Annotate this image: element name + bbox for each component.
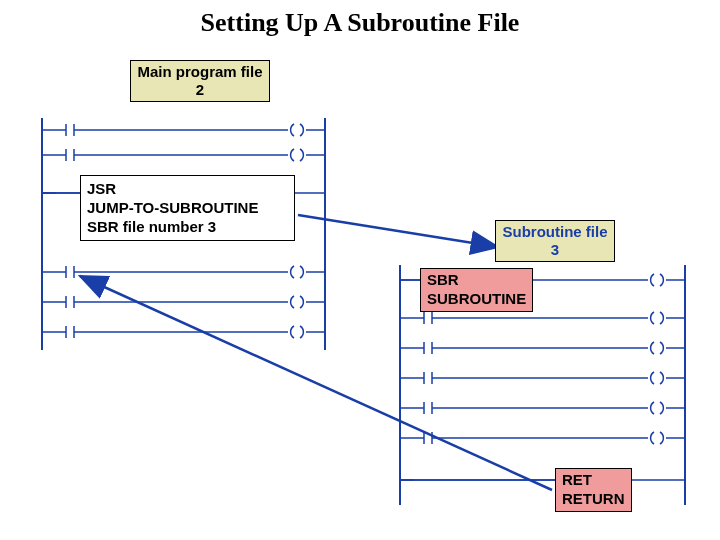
ladder-diagram <box>0 0 720 540</box>
svg-line-107 <box>298 215 498 247</box>
ret-instruction-box: RET RETURN <box>555 468 632 512</box>
main-program-label: Main program file 2 <box>130 60 270 102</box>
sbr-instruction-box: SBR SUBROUTINE <box>420 268 533 312</box>
subroutine-label: Subroutine file 3 <box>495 220 615 262</box>
jsr-instruction-box: JSR JUMP-TO-SUBROUTINE SBR file number 3 <box>80 175 295 241</box>
